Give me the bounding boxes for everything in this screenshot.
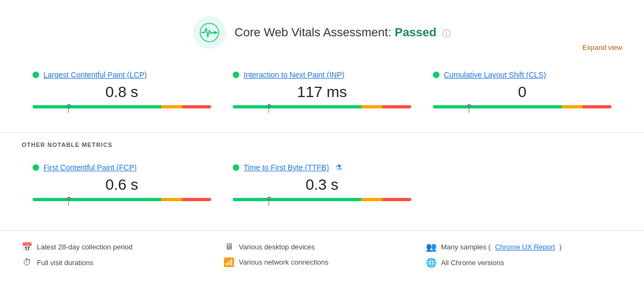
collection-period-text: Latest 28-day collection period <box>37 243 132 251</box>
notable-metrics-grid: First Contentful Paint (FCP) 0.6 s Time … <box>0 152 644 225</box>
cls-gauge-needle <box>469 105 470 113</box>
info-section: 📅 Latest 28-day collection period ⏱ Full… <box>0 230 644 279</box>
inp-gauge-orange <box>361 105 382 108</box>
fcp-gauge <box>33 198 211 209</box>
ttfb-flask-icon: ⚗ <box>335 163 342 172</box>
chrome-icon: 🌐 <box>426 258 437 268</box>
ttfb-status-dot <box>233 164 239 171</box>
cls-gauge-orange <box>562 105 583 108</box>
expand-view-link[interactable]: Expand view <box>582 43 622 52</box>
metric-ttfb-label: Time to First Byte (TTFB) ⚗ <box>233 163 411 172</box>
ttfb-gauge-bar <box>233 198 411 201</box>
notable-metrics-title: OTHER NOTABLE METRICS <box>0 133 644 152</box>
metric-fcp-label: First Contentful Paint (FCP) <box>33 163 211 172</box>
inp-link[interactable]: Interaction to Next Paint (INP) <box>244 70 345 79</box>
people-icon: 👥 <box>426 242 437 252</box>
inp-gauge-green <box>233 105 361 108</box>
lcp-link[interactable]: Largest Contentful Paint (LCP) <box>43 70 147 79</box>
cls-value: 0 <box>433 83 611 101</box>
cls-gauge-red <box>583 105 611 108</box>
desktop-icon: 🖥 <box>224 242 234 252</box>
calendar-icon: 📅 <box>22 242 33 252</box>
lcp-gauge-orange <box>161 105 182 108</box>
network-icon: 📶 <box>224 257 234 267</box>
cls-needle-line <box>469 107 469 113</box>
info-collection-period: 📅 Latest 28-day collection period <box>22 242 218 252</box>
samples-text-suffix: ) <box>559 243 562 251</box>
timer-icon: ⏱ <box>22 258 33 267</box>
info-col-1: 📅 Latest 28-day collection period ⏱ Full… <box>22 242 218 268</box>
fcp-gauge-green <box>33 198 161 201</box>
fcp-gauge-orange <box>161 198 182 201</box>
vitals-icon <box>193 16 226 49</box>
ttfb-gauge-orange <box>361 198 382 201</box>
cls-status-dot <box>433 72 439 78</box>
cls-gauge-bar <box>433 105 611 108</box>
cls-gauge-green <box>433 105 562 108</box>
inp-gauge-bar <box>233 105 411 108</box>
lcp-gauge-red <box>182 105 211 108</box>
fcp-gauge-red <box>182 198 211 201</box>
lcp-needle-line <box>68 107 69 113</box>
ttfb-needle-line <box>269 200 269 205</box>
ttfb-link[interactable]: Time to First Byte (TTFB) <box>244 163 329 172</box>
metric-inp: Interaction to Next Paint (INP) 117 ms <box>222 65 422 121</box>
ttfb-gauge-needle <box>269 198 270 205</box>
fcp-link[interactable]: First Contentful Paint (FCP) <box>43 163 137 172</box>
fcp-gauge-bar <box>33 198 211 201</box>
chrome-versions-text: All Chrome versions <box>441 259 504 267</box>
desktop-devices-text: Various desktop devices <box>239 243 315 251</box>
core-metrics-grid: Largest Contentful Paint (LCP) 0.8 s Int… <box>0 54 644 133</box>
info-visit-durations: ⏱ Full visit durations <box>22 258 218 267</box>
network-text: Various network connections <box>239 258 328 266</box>
help-icon[interactable]: ⓘ <box>442 29 451 38</box>
ttfb-gauge-green <box>233 198 361 201</box>
fcp-needle-line <box>68 200 69 205</box>
inp-gauge-red <box>382 105 411 108</box>
info-desktop-devices: 🖥 Various desktop devices <box>224 242 420 252</box>
lcp-status-dot <box>33 72 39 78</box>
inp-value: 117 ms <box>233 83 411 101</box>
info-network: 📶 Various network connections <box>224 257 420 267</box>
fcp-gauge-needle <box>68 198 69 205</box>
cls-gauge <box>433 105 611 116</box>
info-chrome-versions: 🌐 All Chrome versions <box>426 258 622 268</box>
visit-durations-text: Full visit durations <box>37 259 93 267</box>
ttfb-value: 0.3 s <box>233 176 411 194</box>
metric-lcp-label: Largest Contentful Paint (LCP) <box>33 70 211 79</box>
inp-status-dot <box>233 72 239 78</box>
fcp-value: 0.6 s <box>33 176 211 194</box>
ttfb-gauge-red <box>382 198 411 201</box>
inp-gauge <box>233 105 411 116</box>
info-col-2: 🖥 Various desktop devices 📶 Various netw… <box>224 242 420 268</box>
metric-cls-label: Cumulative Layout Shift (CLS) <box>433 70 611 79</box>
metric-lcp: Largest Contentful Paint (LCP) 0.8 s <box>22 65 222 121</box>
lcp-gauge <box>33 105 211 116</box>
lcp-gauge-bar <box>33 105 211 108</box>
svg-point-2 <box>216 32 218 34</box>
metric-ttfb: Time to First Byte (TTFB) ⚗ 0.3 s <box>222 158 422 214</box>
lcp-gauge-needle <box>68 105 69 113</box>
info-samples: 👥 Many samples (Chrome UX Report) <box>426 242 622 252</box>
inp-needle-line <box>269 107 269 113</box>
assessment-row: Core Web Vitals Assessment: Passed ⓘ <box>193 16 450 49</box>
chrome-ux-report-link[interactable]: Chrome UX Report <box>495 243 555 251</box>
lcp-gauge-green <box>33 105 161 108</box>
assessment-status: Passed <box>394 25 436 39</box>
ttfb-gauge <box>233 198 411 209</box>
inp-gauge-needle <box>269 105 270 113</box>
metric-inp-label: Interaction to Next Paint (INP) <box>233 70 411 79</box>
metric-cls: Cumulative Layout Shift (CLS) 0 <box>422 65 622 121</box>
notable-metrics-empty <box>422 158 622 214</box>
assessment-title: Core Web Vitals Assessment: Passed ⓘ <box>234 25 450 40</box>
header-section: Core Web Vitals Assessment: Passed ⓘ Exp… <box>0 0 644 54</box>
cls-link[interactable]: Cumulative Layout Shift (CLS) <box>444 70 546 79</box>
fcp-status-dot <box>33 164 39 171</box>
samples-text-prefix: Many samples ( <box>441 243 491 251</box>
metric-fcp: First Contentful Paint (FCP) 0.6 s <box>22 158 222 214</box>
lcp-value: 0.8 s <box>33 83 211 101</box>
info-col-3: 👥 Many samples (Chrome UX Report) 🌐 All … <box>426 242 622 268</box>
